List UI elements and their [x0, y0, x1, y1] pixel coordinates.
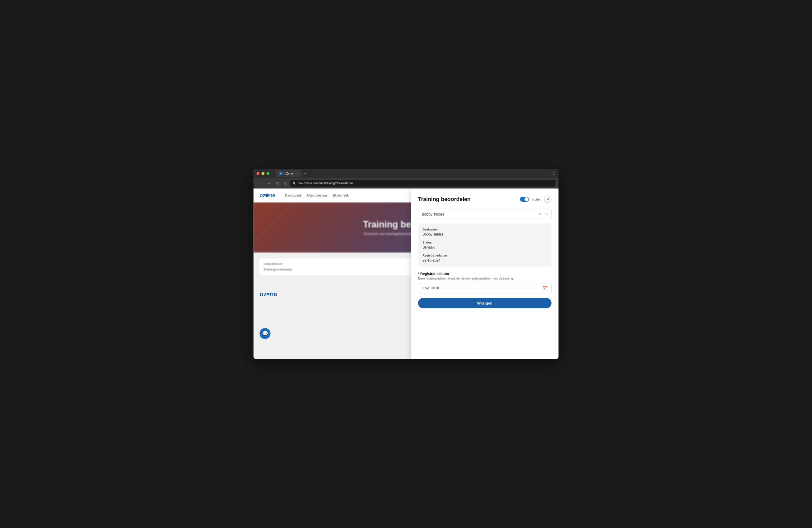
bg-nav-dashboard: Dashboard: [285, 193, 301, 197]
dropdown-clear-icon[interactable]: ✕: [539, 212, 542, 217]
info-card: Deelnemer Bobby Tables Status Behaald Re…: [418, 223, 551, 267]
calendar-icon[interactable]: 📅: [543, 285, 548, 290]
bg-nav-opleiding: Mijn opleiding: [307, 193, 327, 197]
participant-dropdown[interactable]: Bobby Tables ✕ ▾: [418, 209, 551, 219]
active-tab[interactable]: o oZone ✕: [276, 170, 302, 177]
nav-bar: ← → ↻ ⌂ 🔍 new.ozone.nl/admin/training/re…: [253, 178, 559, 189]
favicon-letter: o: [280, 173, 281, 175]
info-status: Status Behaald: [422, 241, 547, 249]
panel-header: Training beoordelen sluiten ✕: [418, 195, 551, 203]
tab-title: oZone: [285, 172, 293, 175]
date-input-container[interactable]: 📅: [418, 283, 551, 293]
info-deelnemer: Deelnemer Bobby Tables: [422, 228, 547, 236]
minimize-traffic-light[interactable]: [261, 172, 264, 175]
form-registratiedatum-label: * Registratiedatum: [418, 272, 551, 276]
status-label: Status: [422, 241, 547, 244]
url-bar[interactable]: 🔍 new.ozone.nl/admin/training/review/82/…: [290, 180, 555, 187]
back-button[interactable]: ←: [257, 180, 263, 187]
tab-close-icon[interactable]: ✕: [296, 172, 298, 175]
toggle-switch[interactable]: [520, 197, 529, 202]
bg-nav: Dashboard Mijn opleiding Bibliotheek: [285, 193, 349, 197]
title-bar-actions: ⊡: [552, 172, 555, 176]
search-icon: 🔍: [293, 182, 296, 185]
deelnemer-value: Bobby Tables: [422, 232, 547, 236]
close-traffic-light[interactable]: [257, 172, 260, 175]
bg-nav-bibliotheek: Bibliotheek: [333, 193, 349, 197]
dropdown-actions: ✕ ▾: [539, 212, 548, 217]
dropdown-arrow-icon[interactable]: ▾: [546, 212, 548, 216]
bg-logo: ozne: [260, 192, 275, 199]
url-text: new.ozone.nl/admin/training/review/82/14: [298, 181, 353, 185]
forward-button[interactable]: →: [265, 180, 273, 187]
info-registratiedatum: Registratiedatum 22-10-2024: [422, 254, 547, 262]
wijzigen-button[interactable]: Wijzigen: [418, 298, 551, 308]
registratiedatum-value: 22-10-2024: [422, 258, 547, 262]
new-tab-icon[interactable]: +: [304, 171, 306, 176]
dropdown-selected-value: Bobby Tables: [422, 212, 539, 216]
sluiten-label[interactable]: sluiten: [532, 197, 541, 201]
content-area: ozne Dashboard Mijn opleiding Bibliothee…: [253, 189, 559, 359]
panel-title: Training beoordelen: [418, 196, 520, 203]
bg-fab[interactable]: 💬: [260, 328, 271, 339]
tab-area: o oZone ✕ +: [276, 170, 551, 177]
status-value: Behaald: [422, 245, 547, 249]
date-input[interactable]: [422, 286, 543, 290]
close-icon: ✕: [546, 197, 550, 202]
title-bar: o oZone ✕ + ⊡: [253, 169, 559, 178]
fab-icon: 💬: [262, 331, 268, 337]
registratiedatum-label: Registratiedatum: [422, 254, 547, 257]
form-hint: Deze registratiedatum wordt de nieuwe re…: [418, 277, 551, 280]
home-button[interactable]: ⌂: [283, 180, 288, 187]
dropdown-divider: [544, 213, 544, 216]
window-folder-icon: ⊡: [552, 172, 555, 176]
overlay-panel: Training beoordelen sluiten ✕ Bobby Tabl…: [411, 189, 559, 359]
maximize-traffic-light[interactable]: [266, 172, 270, 175]
tab-favicon: o: [279, 172, 282, 175]
reload-button[interactable]: ↻: [275, 180, 281, 187]
browser-window: o oZone ✕ + ⊡ ← → ↻ ⌂ 🔍 new.ozone.nl/adm…: [253, 169, 559, 359]
close-panel-button[interactable]: ✕: [544, 195, 551, 203]
deelnemer-label: Deelnemer: [422, 228, 547, 231]
